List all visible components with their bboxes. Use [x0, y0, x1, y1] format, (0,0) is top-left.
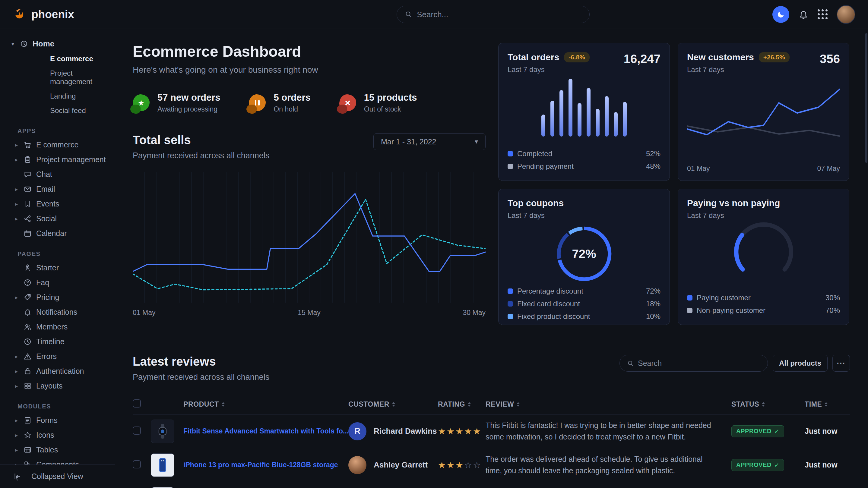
sort-icon	[762, 402, 765, 406]
legend-value: 30%	[826, 294, 840, 302]
lock-icon	[24, 367, 36, 375]
chevron-right-icon: ▸	[15, 461, 24, 465]
sidebar-item-starter[interactable]: Starter	[0, 260, 115, 275]
card-title: New customers	[687, 52, 754, 62]
chevron-right-icon: ▸	[15, 383, 24, 389]
total-sells-line-chart	[133, 169, 486, 305]
paying-gauge-chart	[724, 222, 803, 281]
sidebar-item-label: Tables	[36, 446, 58, 454]
star-icon: ★	[133, 94, 150, 111]
reviews-search[interactable]	[619, 355, 768, 372]
sidebar-item-layouts[interactable]: ▸Layouts	[0, 379, 115, 393]
sidebar-item-tables[interactable]: ▸Tables	[0, 443, 115, 457]
sidebar-item-components[interactable]: ▸Components	[0, 457, 115, 464]
chevron-right-icon: ▸	[15, 216, 24, 222]
new-customers-card: New customers +26.5% Last 7 days 356 01 …	[678, 43, 849, 181]
status-badge: APPROVED ✓	[732, 459, 784, 471]
sidebar-item-label: Icons	[36, 431, 54, 440]
column-header-review[interactable]: REVIEW	[486, 400, 514, 409]
legend-item: Fixed card discount18%	[507, 297, 660, 310]
notifications-button[interactable]	[798, 9, 809, 20]
reviews-search-input[interactable]	[638, 359, 760, 368]
cart-icon	[24, 141, 36, 149]
rocket-icon	[24, 264, 36, 272]
chevron-right-icon: ▸	[15, 368, 24, 375]
sidebar-item-pricing[interactable]: ▸Pricing	[0, 290, 115, 305]
sidebar-item-label: E commerce	[36, 140, 79, 149]
sidebar-item-project-management[interactable]: Project management	[0, 66, 115, 89]
legend-swatch	[507, 151, 513, 157]
sidebar-item-errors[interactable]: ▸Errors	[0, 349, 115, 364]
card-title: Top coupons	[507, 198, 564, 208]
chevron-right-icon: ▸	[15, 447, 24, 453]
sidebar-item-faq[interactable]: Faq	[0, 275, 115, 290]
sidebar-item-social-feed[interactable]: Social feed	[0, 103, 115, 118]
chevron-right-icon: ▸	[15, 417, 24, 424]
apps-grid-button[interactable]	[818, 9, 828, 19]
column-header-time[interactable]: TIME	[805, 400, 822, 409]
chevron-right-icon: ▸	[15, 294, 24, 301]
check-icon: ✓	[774, 461, 779, 469]
sidebar-item-label: Timeline	[36, 337, 65, 346]
review-time: Just now	[805, 427, 850, 435]
scrollbar-thumb[interactable]	[865, 33, 867, 163]
legend-item: Paying customer30%	[687, 291, 840, 304]
calendar-icon	[24, 229, 36, 237]
sidebar-item-forms[interactable]: ▸Forms	[0, 413, 115, 428]
product-link[interactable]: Fitbit Sense Advanced Smartwatch with To…	[183, 426, 348, 436]
sidebar-item-e-commerce[interactable]: ▸E commerce	[0, 137, 115, 152]
legend-item: Pending payment48%	[507, 160, 660, 173]
brand-logo[interactable]: phoenix	[13, 6, 74, 23]
sidebar-item-landing[interactable]: Landing	[0, 89, 115, 103]
column-header-status[interactable]: STATUS	[732, 400, 759, 409]
all-products-button[interactable]: All products	[773, 355, 828, 372]
legend-value: 72%	[646, 287, 660, 295]
sidebar-section-label: PAGES	[18, 251, 115, 257]
review-time: Just now	[805, 461, 850, 469]
product-link[interactable]: iPhone 13 pro max-Pacific Blue-128GB sto…	[183, 460, 348, 469]
stat-item: 5 ordersOn hold	[249, 92, 310, 113]
paying-vs-non-paying-card: Paying vs non paying Last 7 days Paying …	[678, 189, 849, 325]
row-checkbox[interactable]	[133, 426, 141, 435]
stat-label: Awating processing	[157, 105, 220, 113]
sidebar-item-social[interactable]: ▸Social	[0, 211, 115, 226]
reviews-title: Latest reviews	[133, 355, 269, 368]
change-badge: -6.8%	[564, 52, 590, 62]
nine-dots-icon	[818, 9, 828, 19]
sidebar-item-timeline[interactable]: Timeline	[0, 334, 115, 349]
sidebar-item-label: Pricing	[36, 293, 59, 302]
sidebar-item-calendar[interactable]: Calendar	[0, 226, 115, 241]
sidebar-item-events[interactable]: ▸Events	[0, 197, 115, 211]
review-text: This Fitbit is fantastic! I was trying t…	[486, 416, 732, 447]
column-header-customer[interactable]: CUSTOMER	[348, 400, 390, 409]
legend-item: Completed52%	[507, 148, 660, 160]
star-outline-icon	[24, 431, 36, 439]
column-header-product[interactable]: PRODUCT	[183, 400, 219, 409]
global-search[interactable]	[397, 6, 590, 23]
card-period: Last 7 days	[507, 65, 590, 74]
table-row: iPhone 13 pro max-Pacific Blue-128GB sto…	[133, 448, 850, 482]
column-header-rating[interactable]: RATING	[438, 400, 465, 409]
row-checkbox[interactable]	[133, 460, 141, 468]
sidebar-item-home[interactable]: ▾ Home	[0, 36, 115, 52]
collapsed-view-toggle[interactable]: Collapsed View	[0, 464, 115, 488]
bar	[541, 115, 545, 136]
sidebar-item-e-commerce[interactable]: E commerce	[0, 52, 115, 66]
sidebar-item-members[interactable]: Members	[0, 320, 115, 334]
theme-toggle-button[interactable]	[772, 6, 789, 23]
sidebar-item-notifications[interactable]: Notifications	[0, 305, 115, 320]
sidebar-item-authentication[interactable]: ▸Authentication	[0, 364, 115, 379]
more-options-button[interactable]: ···	[832, 355, 850, 372]
sidebar-item-chat[interactable]: Chat	[0, 167, 115, 182]
sidebar-item-icons[interactable]: ▸Icons	[0, 428, 115, 443]
latest-reviews-section: Latest reviews Payment received across a…	[115, 340, 868, 488]
sidebar-item-project-management[interactable]: ▸Project management	[0, 152, 115, 167]
stat-item: ×15 productsOut of stock	[339, 92, 417, 113]
sidebar-item-label: Forms	[36, 416, 58, 425]
sidebar-item-email[interactable]: ▸Email	[0, 182, 115, 197]
select-all-checkbox[interactable]	[133, 399, 141, 408]
global-search-input[interactable]	[417, 10, 582, 19]
user-avatar[interactable]	[837, 5, 855, 24]
date-range-select[interactable]: Mar 1 - 31, 2022 ▾	[373, 133, 486, 150]
sidebar-item-label: Layouts	[36, 382, 63, 390]
